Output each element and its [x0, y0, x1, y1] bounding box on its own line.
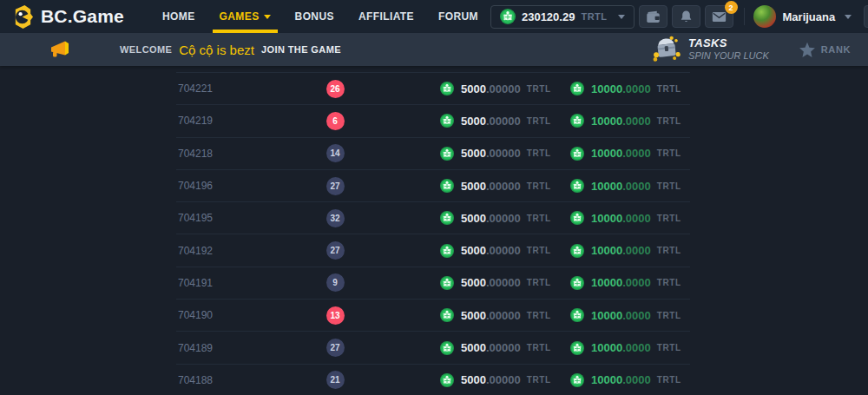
welcome-message: WELCOME Cộ cộ is bezt JOIN THE GAME: [120, 43, 341, 57]
megaphone-icon: [49, 40, 71, 59]
table-row[interactable]: 704191 9 5000.00000 TRTL: [176, 267, 690, 299]
chevron-down-icon: [845, 15, 852, 19]
bet-decimals: .00000: [486, 244, 521, 257]
game-id: 704191: [178, 277, 326, 289]
bet-currency: TRTL: [527, 84, 551, 94]
nav-home[interactable]: HOME: [150, 0, 207, 33]
trtl-coin-icon: [570, 373, 584, 387]
bet-amount: 5000.00000 TRTL: [440, 244, 570, 258]
result-badge: 27: [326, 177, 345, 195]
table-row[interactable]: 704190 13 5000.00000 TRTL: [176, 299, 690, 331]
bet-amount: 5000.00000 TRTL: [440, 276, 570, 290]
win-amount: 10000.0000 TRTL: [570, 114, 681, 128]
notifications-button[interactable]: [672, 5, 700, 28]
trtl-coin-icon: [440, 244, 454, 258]
table-row[interactable]: 704192 27 5000.00000 TRTL: [176, 234, 690, 266]
avatar[interactable]: [753, 5, 776, 28]
bet-amount: 5000.00000 TRTL: [440, 114, 570, 128]
result-cell: 27: [326, 241, 345, 260]
bet-amount: 5000.00000 TRTL: [440, 341, 570, 355]
tasks-widget[interactable]: TASKS SPIN YOUR LUCK: [652, 36, 769, 63]
table-row[interactable]: 704188 21 5000.00000 TRTL: [176, 364, 690, 395]
result-badge: 26: [326, 80, 345, 98]
nav-games[interactable]: GAMES: [207, 0, 283, 33]
bet-currency: TRTL: [527, 246, 551, 255]
bet-integer: 5000: [461, 341, 486, 354]
game-id: 704221: [178, 82, 326, 95]
win-decimals: .0000: [622, 212, 651, 225]
messages-button[interactable]: 2: [705, 5, 733, 28]
trtl-coin-icon: [570, 211, 584, 225]
bet-decimals: .00000: [486, 147, 521, 160]
bet-amount: 5000.00000 TRTL: [440, 308, 570, 322]
bet-integer: 5000: [461, 115, 486, 128]
nav-bonus[interactable]: BONUS: [283, 0, 346, 33]
result-cell: 13: [326, 306, 345, 325]
balance-selector[interactable]: 230120.29 TRTL: [490, 5, 635, 29]
win-decimals: .0000: [622, 373, 651, 386]
win-decimals: .0000: [622, 244, 651, 257]
chat-button[interactable]: 5: [864, 5, 868, 28]
win-decimals: .0000: [622, 276, 651, 289]
trtl-coin-icon: [440, 82, 454, 95]
welcome-username: Cộ cộ is bezt: [179, 43, 254, 57]
nav-affiliate[interactable]: AFFILIATE: [346, 0, 426, 33]
bet-decimals: .00000: [486, 276, 521, 289]
win-amount: 10000.0000 TRTL: [570, 276, 681, 290]
win-amount: 10000.0000 TRTL: [570, 179, 681, 193]
bet-integer: 5000: [461, 82, 486, 95]
rank-widget[interactable]: RANK: [799, 42, 851, 58]
brand-logo[interactable]: BC.Game: [12, 4, 124, 30]
trtl-coin-icon: [440, 308, 454, 322]
star-icon: [799, 42, 816, 58]
wallet-button[interactable]: [639, 5, 667, 28]
chevron-down-icon: [618, 15, 625, 19]
result-cell: 26: [326, 80, 345, 98]
divider: [744, 8, 745, 25]
result-badge: 9: [326, 273, 345, 292]
bet-currency: TRTL: [527, 116, 551, 126]
welcome-suffix: JOIN THE GAME: [261, 44, 341, 55]
win-decimals: .0000: [622, 115, 651, 128]
win-currency: TRTL: [657, 246, 681, 255]
username[interactable]: Marijuana: [783, 10, 836, 23]
bet-amount: 5000.00000 TRTL: [440, 82, 570, 95]
result-cell: 27: [326, 339, 345, 357]
win-integer: 10000: [591, 115, 622, 128]
balance-currency: TRTL: [581, 11, 607, 22]
table-row[interactable]: 704195 32 5000.00000 TRTL: [176, 201, 690, 234]
table-row[interactable]: 704189 27 5000.00000 TRTL: [176, 331, 690, 363]
result-cell: 32: [326, 209, 345, 227]
table-row[interactable]: 704196 27 5000.00000 TRTL: [176, 169, 690, 201]
win-currency: TRTL: [657, 181, 681, 191]
bet-integer: 5000: [461, 373, 486, 386]
win-amount: 10000.0000 TRTL: [570, 147, 681, 161]
bet-decimals: .00000: [486, 82, 521, 95]
win-decimals: .0000: [622, 309, 651, 322]
win-currency: TRTL: [657, 375, 681, 385]
result-badge: 14: [326, 144, 345, 162]
bet-currency: TRTL: [527, 311, 551, 320]
table-row[interactable]: 704221 26 5000.00000 TRTL: [176, 72, 690, 104]
main-nav: HOME GAMES BONUS AFFILIATE FORUM: [150, 0, 490, 33]
result-badge: 6: [326, 112, 345, 130]
bet-integer: 5000: [461, 309, 486, 322]
result-cell: 14: [326, 144, 345, 162]
bet-currency: TRTL: [527, 343, 551, 352]
win-amount: 10000.0000 TRTL: [570, 308, 681, 322]
trtl-coin-icon: [570, 308, 584, 322]
table-row[interactable]: 704219 6 5000.00000 TRTL: [176, 104, 690, 136]
win-decimals: .0000: [622, 341, 651, 354]
win-currency: TRTL: [657, 148, 681, 158]
result-badge: 32: [326, 209, 345, 227]
win-amount: 10000.0000 TRTL: [570, 211, 681, 225]
nav-forum[interactable]: FORUM: [426, 0, 490, 33]
result-badge: 21: [326, 371, 345, 389]
balance-amount: 230120.29: [522, 10, 575, 23]
trtl-coin-icon: [570, 244, 584, 258]
table-row[interactable]: 704218 14 5000.00000 TRTL: [176, 137, 690, 169]
trtl-coin-icon: [570, 276, 584, 290]
win-decimals: .0000: [622, 82, 651, 95]
bet-decimals: .00000: [486, 115, 521, 128]
bet-decimals: .00000: [486, 309, 521, 322]
